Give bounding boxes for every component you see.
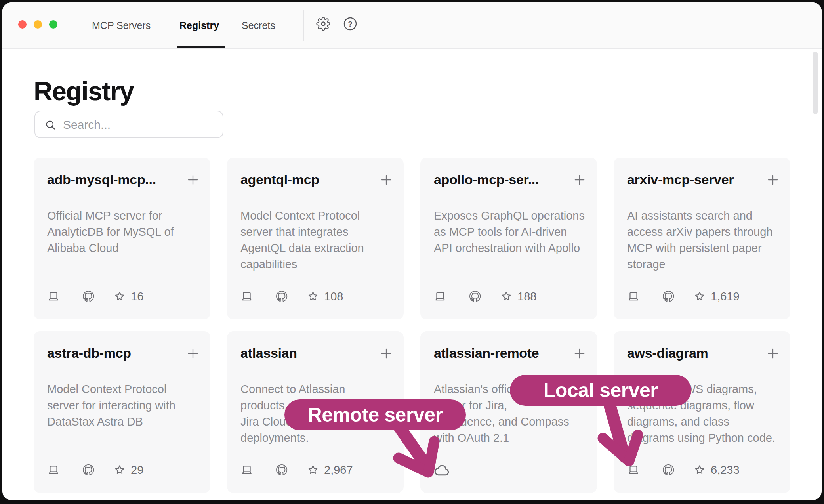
- gear-icon: [316, 17, 330, 31]
- server-card[interactable]: arxiv-mcp-server AI assistants search an…: [614, 158, 790, 319]
- toolbar-divider: [303, 10, 304, 41]
- laptop-icon: [240, 290, 253, 303]
- card-footer: 1,619: [627, 289, 740, 304]
- star-icon: [307, 464, 319, 476]
- github-icon[interactable]: [275, 464, 288, 476]
- card-title: arxiv-mcp-server: [627, 172, 734, 187]
- tab-secrets[interactable]: Secrets: [242, 2, 275, 48]
- tab-mcp-servers[interactable]: MCP Servers: [92, 2, 151, 48]
- active-tab-underline: [177, 46, 225, 48]
- github-icon[interactable]: [275, 290, 288, 303]
- card-header: astra-db-mcp: [47, 346, 200, 361]
- card-title: aws-diagram: [627, 346, 708, 361]
- card-title: adb-mysql-mcp...: [47, 172, 156, 187]
- local-server-callout: Local server: [510, 375, 691, 406]
- server-card[interactable]: aws-diagram Generate AWS diagrams,sequen…: [614, 331, 790, 493]
- star-count: 188: [517, 290, 536, 303]
- plus-icon: [766, 346, 780, 361]
- add-server-button[interactable]: [766, 346, 780, 361]
- card-description: AI assistants search andaccess arXiv pap…: [627, 208, 773, 273]
- card-footer: 2,967: [240, 463, 353, 477]
- star-count: 108: [324, 290, 343, 303]
- star-count: 16: [131, 290, 143, 303]
- help-button[interactable]: ?: [343, 17, 357, 31]
- plus-icon: [186, 173, 200, 187]
- card-title: apollo-mcp-ser...: [434, 172, 539, 187]
- card-footer: 108: [240, 289, 343, 304]
- star-icon: [307, 290, 319, 302]
- laptop-icon: [47, 464, 60, 476]
- search-box: [34, 111, 223, 138]
- star-count: 2,967: [324, 464, 353, 477]
- card-title: atlassian-remote: [434, 346, 539, 361]
- card-footer: 6,233: [627, 463, 740, 477]
- cloud-icon: [434, 463, 451, 477]
- star-count: 6,233: [711, 464, 740, 477]
- card-description: Exposes GraphQL operationsas MCP tools f…: [434, 208, 585, 256]
- server-card[interactable]: adb-mysql-mcp... Official MCP server for…: [34, 158, 210, 319]
- card-footer: 29: [47, 463, 143, 477]
- zoom-traffic-light[interactable]: [49, 20, 57, 29]
- app-window: MCP Servers Registry Secrets ? Registry: [2, 2, 822, 500]
- card-title: astra-db-mcp: [47, 346, 131, 361]
- add-server-button[interactable]: [572, 346, 587, 361]
- star-count: 1,619: [711, 290, 740, 303]
- search-input[interactable]: [62, 111, 214, 138]
- settings-button[interactable]: [316, 17, 330, 31]
- card-footer: [434, 463, 451, 477]
- plus-icon: [379, 346, 393, 361]
- github-icon[interactable]: [662, 464, 675, 476]
- add-server-button[interactable]: [572, 173, 587, 187]
- plus-icon: [379, 173, 393, 187]
- screenshot-stage: MCP Servers Registry Secrets ? Registry: [0, 0, 824, 504]
- add-server-button[interactable]: [186, 173, 200, 187]
- star-icon: [694, 290, 706, 302]
- plus-icon: [766, 173, 780, 187]
- card-header: atlassian: [240, 346, 393, 361]
- card-header: agentql-mcp: [240, 172, 393, 187]
- close-traffic-light[interactable]: [18, 20, 27, 29]
- laptop-icon: [434, 290, 446, 303]
- add-server-button[interactable]: [379, 346, 393, 361]
- card-title: atlassian: [240, 346, 297, 361]
- tab-registry[interactable]: Registry: [179, 2, 219, 48]
- card-footer: 188: [434, 289, 536, 304]
- scrollbar-thumb[interactable]: [813, 52, 818, 114]
- github-icon[interactable]: [662, 290, 675, 303]
- laptop-icon: [627, 290, 640, 303]
- github-icon[interactable]: [82, 290, 95, 303]
- star-icon: [114, 464, 126, 476]
- card-description: Model Context Protocolserver that integr…: [240, 208, 364, 273]
- github-icon[interactable]: [82, 464, 95, 476]
- card-description: Official MCP server forAnalyticDB for My…: [47, 208, 174, 256]
- page-title: Registry: [34, 75, 134, 107]
- remote-server-callout: Remote server: [284, 399, 466, 430]
- star-icon: [500, 290, 512, 302]
- card-header: arxiv-mcp-server: [627, 172, 780, 187]
- add-server-button[interactable]: [766, 173, 780, 187]
- server-card[interactable]: apollo-mcp-ser... Exposes GraphQL operat…: [420, 158, 597, 319]
- server-card[interactable]: astra-db-mcp Model Context Protocolserve…: [34, 331, 210, 493]
- add-server-button[interactable]: [186, 346, 200, 361]
- github-icon[interactable]: [469, 290, 481, 303]
- window-header: MCP Servers Registry Secrets ?: [2, 2, 822, 49]
- server-card[interactable]: agentql-mcp Model Context Protocolserver…: [227, 158, 404, 319]
- card-footer: 16: [47, 289, 143, 304]
- laptop-icon: [240, 464, 253, 476]
- laptop-icon: [47, 290, 60, 303]
- svg-text:?: ?: [348, 20, 352, 28]
- question-circle-icon: ?: [343, 17, 357, 31]
- card-title: agentql-mcp: [240, 172, 319, 187]
- add-server-button[interactable]: [379, 173, 393, 187]
- card-header: apollo-mcp-ser...: [434, 172, 587, 187]
- card-description: Model Context Protocolserver for interac…: [47, 381, 175, 430]
- laptop-icon: [627, 464, 640, 476]
- star-icon: [694, 464, 706, 476]
- star-icon: [114, 290, 126, 302]
- search-icon: [45, 119, 56, 130]
- card-header: atlassian-remote: [434, 346, 587, 361]
- plus-icon: [572, 173, 587, 187]
- minimize-traffic-light[interactable]: [34, 20, 42, 29]
- card-header: aws-diagram: [627, 346, 780, 361]
- plus-icon: [572, 346, 587, 361]
